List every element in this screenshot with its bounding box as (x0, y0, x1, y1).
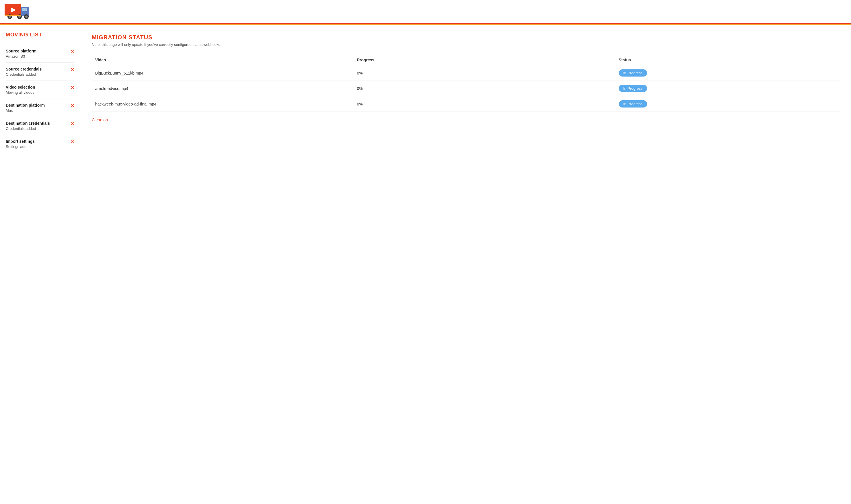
sidebar-item-source-platform: Source platform Amazon S3 ✕ (6, 45, 74, 63)
sidebar-item-label-source-credentials: Source credentials (6, 67, 41, 71)
app-header (0, 0, 851, 24)
table-row: arnold-advice.mp4 0% In-Progress (92, 81, 839, 96)
table-cell-status: In-Progress (615, 65, 839, 81)
col-progress: Progress (354, 55, 615, 65)
sidebar-item-value-source-credentials: Credentials added (6, 72, 41, 76)
sidebar-item-label-destination-platform: Destination platform (6, 103, 45, 108)
table-row: hackweek-mux-video-ad-final.mp4 0% In-Pr… (92, 96, 839, 112)
sidebar-item-import-settings: Import settings Settings added ✕ (6, 135, 74, 153)
clear-job-button[interactable]: Clear job (92, 118, 108, 122)
table-body: BigBuckBunny_512kb.mp4 0% In-Progress ar… (92, 65, 839, 112)
sidebar-item-value-source-platform: Amazon S3 (6, 54, 36, 58)
svg-rect-5 (22, 8, 27, 11)
sidebar-item-value-destination-platform: Mux (6, 108, 45, 113)
status-badge: In-Progress (619, 85, 647, 92)
sidebar-item-content-destination-platform: Destination platform Mux (6, 103, 45, 113)
sidebar-item-content-destination-credentials: Destination credentials Credentials adde… (6, 121, 50, 131)
sidebar-item-content-source-platform: Source platform Amazon S3 (6, 49, 36, 58)
col-status: Status (615, 55, 839, 65)
truck-icon (5, 3, 31, 19)
sidebar-item-video-selection: Video selection Moving all videos ✕ (6, 81, 74, 99)
sidebar-item-remove-import-settings[interactable]: ✕ (71, 140, 74, 144)
table-cell-progress: 0% (354, 65, 615, 81)
table-cell-status: In-Progress (615, 81, 839, 96)
migration-note: Note: this page will only update if you'… (92, 42, 839, 47)
migration-status-title: MIGRATION STATUS (92, 34, 839, 41)
status-badge: In-Progress (619, 69, 647, 76)
sidebar-item-label-destination-credentials: Destination credentials (6, 121, 50, 126)
main-layout: MOVING LIST Source platform Amazon S3 ✕ … (0, 25, 851, 504)
table-cell-progress: 0% (354, 96, 615, 112)
sidebar-item-label-video-selection: Video selection (6, 85, 35, 89)
table-header: Video Progress Status (92, 55, 839, 65)
sidebar-item-remove-source-platform[interactable]: ✕ (71, 49, 74, 54)
sidebar-item-remove-destination-platform[interactable]: ✕ (71, 104, 74, 108)
table-cell-status: In-Progress (615, 96, 839, 112)
main-content: MIGRATION STATUS Note: this page will on… (80, 25, 851, 504)
sidebar-item-remove-video-selection[interactable]: ✕ (71, 86, 74, 90)
col-video: Video (92, 55, 354, 65)
svg-point-11 (25, 16, 28, 18)
sidebar-item-source-credentials: Source credentials Credentials added ✕ (6, 63, 74, 81)
sidebar-title: MOVING LIST (6, 32, 74, 38)
table-row: BigBuckBunny_512kb.mp4 0% In-Progress (92, 65, 839, 81)
sidebar-item-value-import-settings: Settings added (6, 144, 35, 149)
sidebar-item-content-import-settings: Import settings Settings added (6, 139, 35, 149)
sidebar-item-value-video-selection: Moving all videos (6, 90, 35, 95)
sidebar-item-remove-source-credentials[interactable]: ✕ (71, 67, 74, 72)
table-header-row: Video Progress Status (92, 55, 839, 65)
table-cell-video: arnold-advice.mp4 (92, 81, 354, 96)
sidebar-item-value-destination-credentials: Credentials added (6, 126, 50, 131)
sidebar-item-destination-platform: Destination platform Mux ✕ (6, 99, 74, 117)
sidebar-items-list: Source platform Amazon S3 ✕ Source crede… (6, 45, 74, 153)
table-cell-video: hackweek-mux-video-ad-final.mp4 (92, 96, 354, 112)
table-cell-progress: 0% (354, 81, 615, 96)
migration-table: Video Progress Status BigBuckBunny_512kb… (92, 55, 839, 112)
svg-rect-12 (5, 15, 21, 16)
sidebar-item-remove-destination-credentials[interactable]: ✕ (71, 122, 74, 126)
status-badge: In-Progress (619, 100, 647, 108)
sidebar-item-label-import-settings: Import settings (6, 139, 35, 144)
logo (5, 3, 31, 20)
sidebar-item-content-video-selection: Video selection Moving all videos (6, 85, 35, 95)
sidebar: MOVING LIST Source platform Amazon S3 ✕ … (0, 25, 80, 504)
table-cell-video: BigBuckBunny_512kb.mp4 (92, 65, 354, 81)
sidebar-item-label-source-platform: Source platform (6, 49, 36, 53)
sidebar-item-destination-credentials: Destination credentials Credentials adde… (6, 117, 74, 135)
sidebar-item-content-source-credentials: Source credentials Credentials added (6, 67, 41, 76)
